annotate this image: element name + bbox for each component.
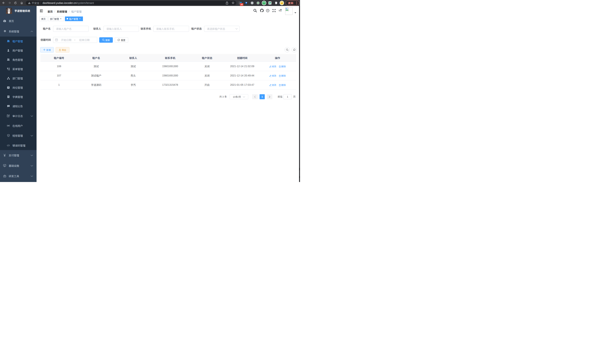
svg-text:T: T — [280, 9, 282, 12]
svg-text:?: ? — [267, 9, 268, 12]
svg-text:T: T — [279, 10, 280, 12]
